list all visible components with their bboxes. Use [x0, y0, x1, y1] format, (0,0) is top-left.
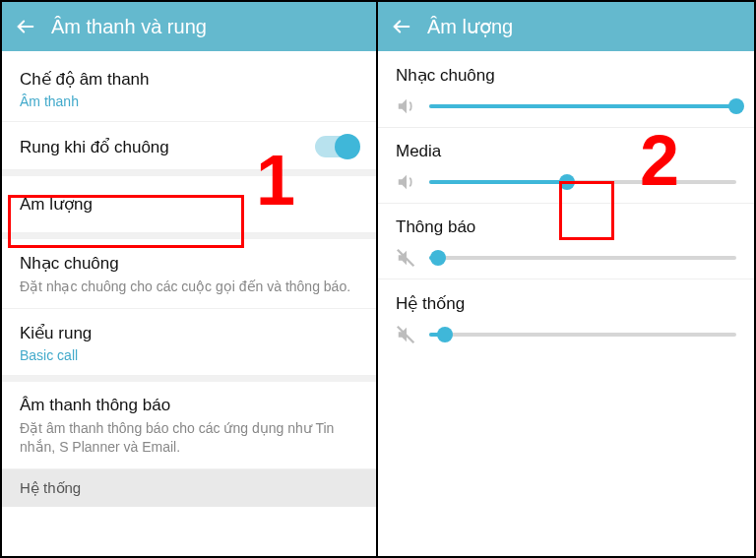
header-left: Âm thanh và rung: [2, 2, 376, 51]
item-title: Âm lượng: [20, 194, 358, 215]
slider-ringtone[interactable]: [429, 104, 736, 108]
slider-label: Nhạc chuông: [396, 65, 736, 86]
volume-icon: [396, 95, 417, 117]
item-sub: Âm thanh: [20, 93, 358, 109]
toggle-knob: [335, 134, 360, 159]
slider-notification[interactable]: [429, 256, 736, 260]
item-sound-mode[interactable]: Chế độ âm thanh Âm thanh: [2, 51, 376, 122]
item-title: Âm thanh thông báo: [20, 396, 358, 415]
slider-block-media: Media: [378, 128, 754, 203]
slider-thumb[interactable]: [437, 327, 453, 342]
slider-system[interactable]: [429, 333, 736, 337]
item-desc: Đặt âm thanh thông báo cho các ứng dụng …: [20, 419, 358, 457]
volume-muted-icon: [396, 324, 417, 345]
slider-block-ringtone: Nhạc chuông: [378, 51, 754, 127]
item-volume[interactable]: Âm lượng: [2, 176, 376, 233]
item-sub: Basic call: [20, 347, 358, 363]
volume-icon: [396, 171, 417, 193]
panel-volume: Âm lượng Nhạc chuông Media: [378, 2, 754, 556]
slider-thumb[interactable]: [728, 98, 744, 114]
item-ringtone[interactable]: Nhạc chuông Đặt nhạc chuông cho các cuộc…: [2, 239, 376, 309]
slider-thumb[interactable]: [430, 250, 446, 266]
slider-thumb[interactable]: [559, 174, 575, 190]
toggle-vibrate[interactable]: [315, 136, 358, 157]
slider-label: Hệ thống: [396, 293, 736, 314]
slider-label: Media: [396, 142, 736, 161]
header-right: Âm lượng: [378, 2, 754, 51]
back-icon[interactable]: [384, 9, 419, 44]
item-vibration-pattern[interactable]: Kiểu rung Basic call: [2, 309, 376, 376]
item-title: Rung khi đổ chuông: [20, 137, 169, 157]
header-title-left: Âm thanh và rung: [51, 16, 207, 38]
volume-muted-icon: [396, 247, 417, 269]
item-desc: Đặt nhạc chuông cho các cuộc gọi đến và …: [20, 278, 358, 296]
slider-fill: [429, 180, 567, 184]
slider-label: Thông báo: [396, 217, 736, 237]
item-title: Nhạc chuông: [20, 253, 358, 274]
header-title-right: Âm lượng: [427, 15, 513, 38]
section-header-system: Hệ thống: [2, 469, 376, 507]
item-notification-sound[interactable]: Âm thanh thông báo Đặt âm thanh thông bá…: [2, 382, 376, 469]
slider-block-system: Hệ thống: [378, 279, 754, 355]
panel-sound-and-vibration: Âm thanh và rung Chế độ âm thanh Âm than…: [2, 2, 378, 556]
item-vibrate-while-ringing[interactable]: Rung khi đổ chuông: [2, 122, 376, 170]
slider-fill: [429, 104, 736, 108]
item-title: Kiểu rung: [20, 323, 358, 343]
slider-block-notification: Thông báo: [378, 204, 754, 279]
slider-media[interactable]: [429, 180, 736, 184]
back-icon[interactable]: [8, 9, 43, 44]
item-title: Chế độ âm thanh: [20, 69, 358, 90]
